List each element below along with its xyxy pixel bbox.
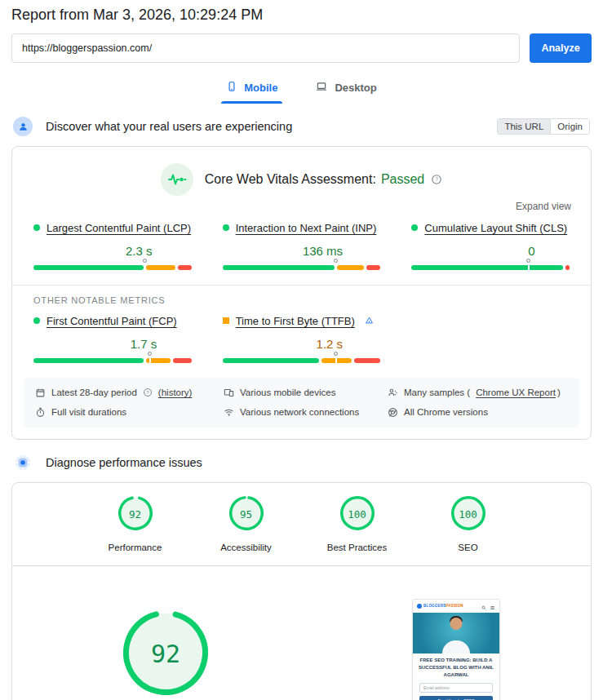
inp-link[interactable]: Interaction to Next Paint (INP) (236, 222, 377, 236)
inp-seg-good (223, 265, 335, 270)
ttfb-seg-poor (354, 358, 380, 363)
cls-status-dot (411, 224, 418, 231)
score-seo[interactable]: 100SEO (432, 496, 504, 552)
tab-desktop-label: Desktop (335, 82, 376, 94)
lcp-link[interactable]: Largest Contentful Paint (LCP) (47, 222, 191, 236)
scope-origin[interactable]: Origin (550, 119, 589, 134)
thumb-headline: FREE SEO TRAINING: BUILD A SUCCESSFUL BL… (413, 653, 499, 680)
scope-toggle: This URL Origin (497, 118, 590, 135)
cls-seg-good (411, 265, 563, 270)
lcp-seg-poor (178, 265, 192, 270)
help-icon[interactable]: ? (143, 388, 153, 397)
wifi-icon (224, 407, 234, 418)
lab-data-card: 92Performance 95Accessibility 100Best Pr… (11, 482, 592, 700)
fcp-seg-poor (173, 358, 192, 363)
inp-seg-poor (366, 265, 380, 270)
mobile-icon (226, 81, 237, 95)
other-metrics-label: OTHER NOTABLE METRICS (12, 286, 591, 305)
ttfb-value: 1.2 s (223, 337, 343, 351)
real-users-icon (13, 117, 33, 136)
analyze-button[interactable]: Analyze (530, 33, 592, 63)
hamburger-menu-icon (490, 599, 495, 614)
inp-seg-average (337, 265, 365, 270)
performance-gauge: 92 Performance (109, 610, 223, 700)
crux-meta-text: Latest 28-day period (51, 388, 137, 397)
lcp-seg-good (33, 265, 144, 270)
lcp-seg-average (146, 265, 175, 270)
category-scores: 92Performance 95Accessibility 100Best Pr… (12, 483, 591, 552)
metric-inp: Interaction to Next Paint (INP)136 ms (223, 222, 381, 270)
tab-desktop[interactable]: Desktop (308, 74, 383, 104)
calendar-icon (35, 388, 46, 398)
fcp-status-dot (33, 317, 40, 324)
expand-view-button[interactable]: Expand view (12, 196, 591, 212)
score-accessibility-value: 95 (229, 496, 264, 534)
help-icon[interactable]: ? (431, 174, 442, 185)
ttfb-marker (334, 352, 338, 356)
lab-section-header: Diagnose performance issues (13, 453, 590, 472)
tab-mobile[interactable]: Mobile (219, 74, 284, 104)
crux-meta-text: Many samples ( (404, 388, 470, 397)
metric-cls: Cumulative Layout Shift (CLS)0 (411, 222, 570, 270)
score-seo-value: 100 (451, 496, 486, 534)
score-accessibility[interactable]: 95Accessibility (211, 496, 282, 552)
score-best-practices-label: Best Practices (327, 543, 388, 552)
scope-this-url[interactable]: This URL (498, 119, 550, 134)
metric-ttfb: Time to First Byte (TTFB)1.2 s (223, 315, 381, 363)
fcp-distribution-bar (33, 358, 192, 363)
score-accessibility-ring: 95 (229, 496, 264, 534)
tab-mobile-label: Mobile (244, 82, 277, 94)
fcp-value: 1.7 s (33, 337, 157, 351)
inp-distribution-bar (223, 265, 381, 270)
thumb-email-field: Email address (419, 683, 493, 693)
page-title: Report from Mar 3, 2026, 10:29:24 PM (11, 0, 592, 33)
ttfb-link[interactable]: Time to First Byte (TTFB) (236, 315, 355, 329)
score-best-practices-value: 100 (340, 496, 375, 534)
score-accessibility-label: Accessibility (220, 543, 272, 552)
cls-link[interactable]: Cumulative Layout Shift (CLS) (424, 222, 567, 236)
cwv-assessment-label: Core Web Vitals Assessment: (205, 172, 376, 187)
site-logo: BLOGGERSPASSION (423, 604, 463, 608)
crux-meta-link[interactable]: Chrome UX Report (476, 388, 556, 397)
lcp-status-dot (33, 224, 40, 231)
lcp-marker (143, 259, 147, 263)
crux-meta-text: All Chrome versions (404, 407, 488, 417)
cls-distribution-bar (411, 265, 570, 270)
lab-section-title: Diagnose performance issues (46, 456, 202, 469)
field-section-header: Discover what your real users are experi… (13, 117, 590, 136)
other-metrics-row: First Contentful Paint (FCP)1.7 sTime to… (12, 305, 591, 363)
score-seo-label: SEO (458, 543, 477, 552)
thumb-hero-image (413, 613, 499, 653)
ttfb-distribution-bar (223, 358, 381, 363)
experimental-icon (365, 315, 374, 329)
thumb-site-header: BLOGGERSPASSION (413, 600, 499, 613)
score-best-practices[interactable]: 100Best Practices (321, 496, 393, 552)
devices-icon (224, 388, 234, 398)
url-input[interactable] (11, 33, 520, 63)
page-screenshot-thumbnail[interactable]: BLOGGERSPASSION FREE SEO TRAINING: BUILD… (412, 599, 500, 700)
crux-meta-link[interactable]: (history) (158, 388, 193, 397)
score-performance[interactable]: 92Performance (100, 496, 171, 552)
metric-lcp: Largest Contentful Paint (LCP)2.3 s (33, 222, 192, 270)
score-best-practices-ring: 100 (340, 496, 375, 534)
crux-meta-text: Various mobile devices (240, 388, 335, 397)
chrome-icon (388, 407, 398, 418)
field-data-card: Core Web Vitals Assessment: Passed ? Exp… (11, 146, 592, 440)
performance-gauge-ring: 92 (109, 610, 223, 698)
samples-icon (388, 388, 398, 398)
thumb-cta-button: Enrol Now for FREE (419, 696, 493, 700)
device-tabs: Mobile Desktop (11, 74, 592, 104)
cls-value: 0 (411, 244, 534, 258)
ttfb-status-dot (223, 317, 229, 324)
score-seo-ring: 100 (451, 496, 486, 534)
lcp-distribution-bar (33, 265, 192, 270)
score-performance-ring: 92 (118, 496, 153, 534)
fcp-link[interactable]: First Contentful Paint (FCP) (47, 315, 177, 329)
fcp-seg-good (33, 358, 144, 363)
site-logo-icon (417, 604, 422, 609)
pulse-icon (161, 163, 193, 196)
cls-marker (526, 259, 530, 263)
inp-value: 136 ms (223, 244, 343, 258)
cls-seg-poor (565, 265, 570, 270)
stopwatch-icon (35, 407, 46, 418)
